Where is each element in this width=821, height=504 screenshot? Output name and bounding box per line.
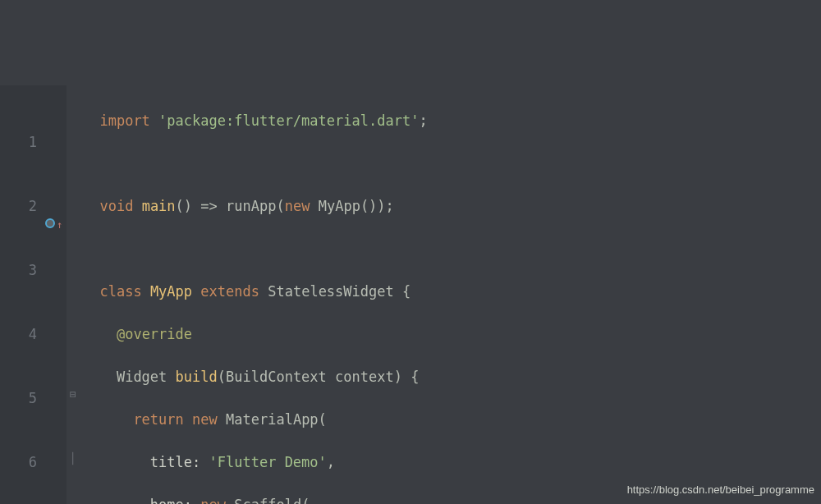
string: 'Flutter Demo' <box>209 454 327 470</box>
up-arrow-icon: ↑ <box>57 214 62 236</box>
keyword: class <box>99 283 141 300</box>
fold-guide-icon: │ <box>67 448 80 470</box>
code-line[interactable]: return new MaterialApp( <box>83 409 663 430</box>
function: main <box>142 198 176 214</box>
punct: ; <box>419 112 427 129</box>
string: 'package:flutter/material.dart' <box>158 112 419 129</box>
code-editor[interactable]: 1 2 3 4 5 6 7 8 9 10 11 12 13 14 15 16 1… <box>0 85 821 504</box>
param: home: <box>150 497 192 504</box>
param: title: <box>150 454 200 470</box>
keyword: new <box>192 411 218 428</box>
fold-handle-icon[interactable]: ⊟ <box>67 384 80 405</box>
keyword: return <box>133 411 183 428</box>
punct: ()); <box>360 198 394 214</box>
punct: ( <box>301 497 310 504</box>
class: MyApp <box>319 198 360 214</box>
gutter-marker-column: ↑ <box>44 85 67 504</box>
line-number: 3 <box>3 259 37 281</box>
punct: () <box>176 198 192 214</box>
class: StatelessWidget <box>268 283 394 300</box>
annotation: override <box>125 326 192 342</box>
code-line[interactable]: import 'package:flutter/material.dart'; <box>83 110 663 131</box>
code-line[interactable]: class MyApp extends StatelessWidget { <box>83 281 663 302</box>
keyword: void <box>99 198 133 214</box>
code-line[interactable]: title: 'Flutter Demo', <box>83 451 663 473</box>
type: Widget <box>117 369 167 385</box>
keyword: new <box>200 497 226 504</box>
line-number: 4 <box>3 323 37 345</box>
keyword: import <box>99 112 149 129</box>
code-line[interactable]: @override <box>83 323 663 345</box>
override-marker-icon[interactable] <box>45 218 55 228</box>
keyword: new <box>285 198 310 214</box>
keyword: extends <box>200 283 259 300</box>
class: MaterialApp <box>226 411 319 428</box>
sig: (BuildContext context) { <box>218 369 420 385</box>
line-number-gutter: 1 2 3 4 5 6 7 8 9 10 11 12 13 14 15 16 1… <box>0 85 44 504</box>
fold-blank <box>67 320 80 341</box>
fold-column: ⊟ │ ⊟ │ │ ⊟ ⊟ │ ⊟ ⊟ │ │ │ ⊟ ⊟ ⊟ ⊟ ⊟ ⊟ <box>67 85 80 504</box>
line-number: 6 <box>3 451 37 473</box>
fold-blank <box>67 256 80 277</box>
punct: ( <box>319 411 327 428</box>
code-area[interactable]: import 'package:flutter/material.dart'; … <box>80 85 663 504</box>
code-line[interactable]: Widget build(BuildContext context) { <box>83 366 663 387</box>
fold-blank <box>67 192 80 213</box>
line-number: 1 <box>3 131 37 153</box>
punct: , <box>327 454 335 470</box>
code-line[interactable]: home: new Scaffold( <box>83 494 663 504</box>
operator: => <box>200 198 217 214</box>
code-line[interactable] <box>83 238 663 259</box>
annotation: @ <box>117 326 125 342</box>
line-number: 5 <box>3 387 37 409</box>
call: runApp( <box>226 198 285 214</box>
function: build <box>176 369 218 385</box>
class: Scaffold <box>234 497 301 504</box>
brace: { <box>402 283 410 300</box>
watermark-text: https://blog.csdn.net/beibei_programme <box>627 479 814 501</box>
code-line[interactable]: void main() => runApp(new MyApp()); <box>83 195 663 217</box>
line-number: 2 <box>3 195 37 217</box>
code-line[interactable] <box>83 153 663 174</box>
class-name: MyApp <box>150 283 192 300</box>
